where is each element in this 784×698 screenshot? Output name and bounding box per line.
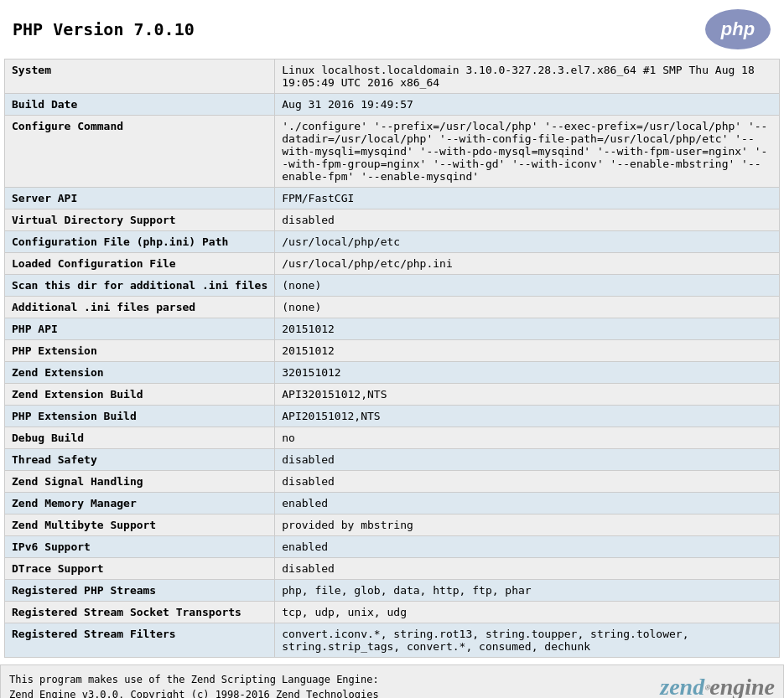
php-logo: php bbox=[704, 8, 771, 50]
page-header: PHP Version 7.0.10 php bbox=[0, 0, 784, 59]
table-row: Configuration File (php.ini) Path/usr/lo… bbox=[5, 231, 780, 253]
row-value: tcp, udp, unix, udg bbox=[275, 602, 780, 623]
row-label: Zend Extension Build bbox=[5, 384, 275, 406]
table-row: Loaded Configuration File/usr/local/php/… bbox=[5, 253, 780, 275]
row-value: /usr/local/php/etc/php.ini bbox=[275, 253, 780, 275]
table-row: Zend Signal Handlingdisabled bbox=[5, 471, 780, 493]
row-label: Configure Command bbox=[5, 116, 275, 188]
footer: This program makes use of the Zend Scrip… bbox=[0, 664, 784, 698]
table-row: Registered PHP Streamsphp, file, glob, d… bbox=[5, 580, 780, 602]
row-value: /usr/local/php/etc bbox=[275, 231, 780, 253]
row-label: PHP Extension Build bbox=[5, 406, 275, 427]
footer-text: This program makes use of the Zend Scrip… bbox=[9, 672, 379, 698]
row-label: DTrace Support bbox=[5, 558, 275, 580]
row-label: Zend Extension bbox=[5, 362, 275, 384]
footer-line1: This program makes use of the Zend Scrip… bbox=[9, 672, 379, 687]
table-row: Zend Memory Managerenabled bbox=[5, 493, 780, 514]
table-row: Build DateAug 31 2016 19:49:57 bbox=[5, 94, 780, 116]
row-label: PHP API bbox=[5, 318, 275, 340]
table-row: Thread Safetydisabled bbox=[5, 449, 780, 471]
table-row: Debug Buildno bbox=[5, 427, 780, 449]
table-row: Virtual Directory Supportdisabled bbox=[5, 209, 780, 231]
row-value: (none) bbox=[275, 297, 780, 318]
table-row: Zend Extension BuildAPI320151012,NTS bbox=[5, 384, 780, 406]
row-label: Loaded Configuration File bbox=[5, 253, 275, 275]
table-row: Additional .ini files parsed(none) bbox=[5, 297, 780, 318]
row-value: (none) bbox=[275, 275, 780, 297]
row-label: Zend Signal Handling bbox=[5, 471, 275, 493]
row-value: disabled bbox=[275, 471, 780, 493]
row-value: API20151012,NTS bbox=[275, 406, 780, 427]
row-label: Scan this dir for additional .ini files bbox=[5, 275, 275, 297]
row-label: Registered PHP Streams bbox=[5, 580, 275, 602]
row-label: Configuration File (php.ini) Path bbox=[5, 231, 275, 253]
row-value: disabled bbox=[275, 449, 780, 471]
row-value: no bbox=[275, 427, 780, 449]
zend-logo: zend®engine bbox=[660, 674, 775, 698]
row-label: Thread Safety bbox=[5, 449, 275, 471]
row-value: 320151012 bbox=[275, 362, 780, 384]
row-label: Zend Multibyte Support bbox=[5, 514, 275, 536]
table-row: Scan this dir for additional .ini files(… bbox=[5, 275, 780, 297]
row-value: php, file, glob, data, http, ftp, phar bbox=[275, 580, 780, 602]
main-content: SystemLinux localhost.localdomain 3.10.0… bbox=[0, 59, 784, 658]
table-row: Server APIFPM/FastCGI bbox=[5, 188, 780, 209]
row-label: Additional .ini files parsed bbox=[5, 297, 275, 318]
row-label: Virtual Directory Support bbox=[5, 209, 275, 231]
table-row: PHP Extension BuildAPI20151012,NTS bbox=[5, 406, 780, 427]
table-row: Zend Multibyte Supportprovided by mbstri… bbox=[5, 514, 780, 536]
row-value: Aug 31 2016 19:49:57 bbox=[275, 94, 780, 116]
page-title: PHP Version 7.0.10 bbox=[13, 19, 195, 39]
row-value: Linux localhost.localdomain 3.10.0-327.2… bbox=[275, 59, 780, 94]
row-value: disabled bbox=[275, 558, 780, 580]
table-row: IPv6 Supportenabled bbox=[5, 536, 780, 558]
row-value: enabled bbox=[275, 536, 780, 558]
table-row: Configure Command'./configure' '--prefix… bbox=[5, 116, 780, 188]
info-table: SystemLinux localhost.localdomain 3.10.0… bbox=[4, 59, 780, 658]
row-label: Zend Memory Manager bbox=[5, 493, 275, 514]
row-value: 20151012 bbox=[275, 340, 780, 362]
row-label: System bbox=[5, 59, 275, 94]
row-label: Registered Stream Filters bbox=[5, 623, 275, 658]
row-label: Registered Stream Socket Transports bbox=[5, 602, 275, 623]
row-value: FPM/FastCGI bbox=[275, 188, 780, 209]
zend-text: zend bbox=[660, 674, 704, 698]
row-value: provided by mbstring bbox=[275, 514, 780, 536]
table-row: Zend Extension320151012 bbox=[5, 362, 780, 384]
svg-text:php: php bbox=[720, 18, 755, 39]
row-value: 20151012 bbox=[275, 318, 780, 340]
table-row: PHP API20151012 bbox=[5, 318, 780, 340]
table-row: SystemLinux localhost.localdomain 3.10.0… bbox=[5, 59, 780, 94]
table-row: DTrace Supportdisabled bbox=[5, 558, 780, 580]
row-label: PHP Extension bbox=[5, 340, 275, 362]
row-value: API320151012,NTS bbox=[275, 384, 780, 406]
row-label: Debug Build bbox=[5, 427, 275, 449]
table-row: PHP Extension20151012 bbox=[5, 340, 780, 362]
table-row: Registered Stream Socket Transportstcp, … bbox=[5, 602, 780, 623]
footer-line2: Zend Engine v3.0.0, Copyright (c) 1998-2… bbox=[9, 687, 379, 698]
row-label: IPv6 Support bbox=[5, 536, 275, 558]
row-value: convert.iconv.*, string.rot13, string.to… bbox=[275, 623, 780, 658]
row-label: Server API bbox=[5, 188, 275, 209]
row-value: disabled bbox=[275, 209, 780, 231]
row-label: Build Date bbox=[5, 94, 275, 116]
table-row: Registered Stream Filtersconvert.iconv.*… bbox=[5, 623, 780, 658]
row-value: enabled bbox=[275, 493, 780, 514]
row-value: './configure' '--prefix=/usr/local/php' … bbox=[275, 116, 780, 188]
engine-text: engine bbox=[709, 674, 775, 698]
